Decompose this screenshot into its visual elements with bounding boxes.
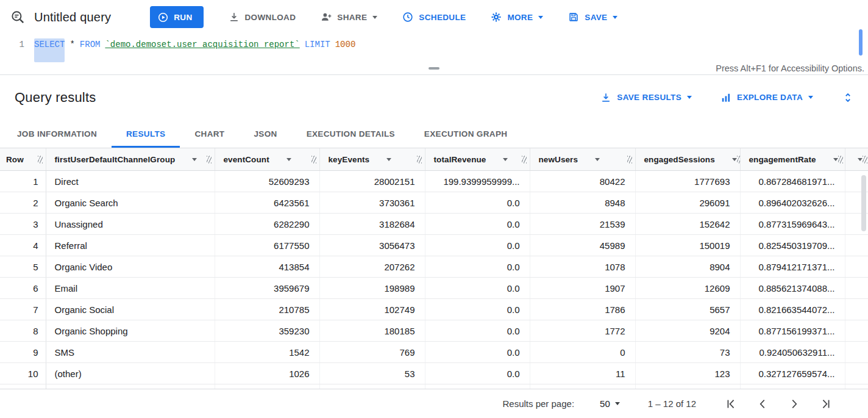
table-cell: 0.0	[425, 299, 530, 320]
column-header-clipped[interactable]	[845, 148, 868, 171]
table-cell: 0	[530, 384, 635, 389]
tab-json[interactable]: JSON	[239, 120, 291, 148]
share-label: SHARE	[337, 13, 367, 22]
query-toolbar: Untitled query RUN	[0, 0, 868, 34]
schedule-button[interactable]: SCHEDULE	[402, 11, 466, 23]
column-dropdown-caret-icon[interactable]	[386, 158, 391, 161]
table-cell: 104	[319, 384, 425, 389]
column-header-engagedSessions[interactable]: engagedSessions	[635, 148, 740, 171]
row-number-cell: 1	[0, 171, 46, 192]
column-resize-handle[interactable]	[737, 156, 740, 164]
query-title: Untitled query	[34, 10, 111, 24]
column-resize-handle[interactable]	[627, 156, 632, 164]
column-resize-handle[interactable]	[207, 156, 212, 164]
table-cell: 3730361	[319, 192, 425, 214]
tab-results[interactable]: RESULTS	[112, 120, 180, 148]
column-label: Row	[6, 155, 24, 164]
row-number-cell: 10	[0, 363, 46, 384]
share-button[interactable]: SHARE	[320, 11, 377, 23]
table-cell: 207262	[319, 256, 425, 278]
download-icon	[228, 11, 240, 23]
play-circle-icon	[157, 12, 169, 23]
table-cell: Organic Shopping	[46, 320, 215, 342]
table-cell: 0.825450319709...	[740, 235, 845, 256]
column-dropdown-caret-icon[interactable]	[732, 158, 737, 161]
sql-editor[interactable]: 1 SELECT*FROM`demo.demoset.user_acquisit…	[0, 34, 868, 62]
sql-token: *	[69, 38, 74, 62]
column-header-eventCount[interactable]: eventCount	[215, 148, 319, 171]
first-page-button[interactable]	[724, 397, 738, 411]
next-page-button[interactable]	[788, 397, 801, 411]
column-header-firstUserDefaultChannelGroup[interactable]: firstUserDefaultChannelGroup	[46, 148, 215, 171]
table-cell: 0.896402032626...	[740, 192, 845, 214]
table-cell: 0.327127659574...	[740, 363, 845, 384]
last-page-button[interactable]	[819, 397, 833, 411]
table-cell: 769	[319, 342, 425, 363]
table-cell: 28002151	[319, 171, 425, 192]
tab-execution-details[interactable]: EXECUTION DETAILS	[292, 120, 410, 148]
column-dropdown-caret-icon[interactable]	[858, 158, 863, 161]
run-button[interactable]: RUN	[150, 6, 203, 28]
table-cell: 0.0	[425, 320, 530, 342]
column-resize-handle[interactable]	[838, 156, 843, 164]
table-cell: 0.877156199371...	[740, 320, 845, 342]
table-row: 2Organic Search642356137303610.089482960…	[0, 192, 868, 214]
column-dropdown-caret-icon[interactable]	[595, 158, 600, 161]
save-button[interactable]: SAVE	[567, 11, 617, 23]
save-results-button[interactable]: SAVE RESULTS	[600, 92, 692, 104]
bigquery-editor-window: Untitled query RUN	[0, 0, 868, 418]
tab-execution-graph[interactable]: EXECUTION GRAPH	[410, 120, 522, 148]
sql-line[interactable]: SELECT*FROM`demo.demoset.user_acquisitio…	[34, 38, 355, 62]
table-cell: 0.877315969643...	[740, 214, 845, 235]
tab-job-information[interactable]: JOB INFORMATION	[2, 120, 112, 148]
toolbar-actions: RUN DOWNLOAD	[150, 6, 617, 28]
table-cell: 0.0	[425, 192, 530, 214]
panel-splitter: Press Alt+F1 for Accessibility Options.	[0, 62, 868, 75]
table-cell: Direct	[46, 171, 215, 192]
table-cell: 6282290	[215, 214, 319, 235]
table-cell: 52609293	[215, 171, 319, 192]
table-cell: 0.0	[425, 256, 530, 278]
table-cell: 0.0	[425, 384, 530, 389]
previous-page-button[interactable]	[756, 397, 769, 411]
table-cell: 1026	[215, 363, 319, 384]
page-size-value: 50	[600, 398, 610, 409]
table-cell: 0.821663544072...	[740, 299, 845, 320]
column-header-totalRevenue[interactable]: totalRevenue	[425, 148, 530, 171]
table-scrollbar[interactable]	[861, 175, 866, 231]
column-dropdown-caret-icon[interactable]	[503, 158, 508, 161]
column-dropdown-caret-icon[interactable]	[833, 158, 838, 161]
column-header-newUsers[interactable]: newUsers	[530, 148, 635, 171]
column-resize-handle[interactable]	[863, 156, 867, 164]
splitter-drag-handle[interactable]	[429, 67, 439, 70]
column-resize-handle[interactable]	[522, 156, 527, 164]
unfold-more-icon	[841, 91, 855, 104]
row-number-cell: 3	[0, 214, 46, 235]
column-label: totalRevenue	[434, 155, 486, 164]
tab-chart[interactable]: CHART	[180, 120, 239, 148]
column-header-Row[interactable]: Row	[0, 148, 46, 171]
column-dropdown-caret-icon[interactable]	[286, 158, 291, 161]
page-size-select[interactable]: 50	[600, 398, 620, 409]
column-resize-handle[interactable]	[417, 156, 422, 164]
table-cell: 0.867284681971...	[740, 171, 845, 192]
download-button[interactable]: DOWNLOAD	[228, 11, 296, 23]
column-header-engagementRate[interactable]: engagementRate	[740, 148, 845, 171]
explore-data-button[interactable]: EXPLORE DATA	[720, 92, 813, 104]
row-number-cell: 11	[0, 384, 46, 389]
more-button[interactable]: MORE	[490, 11, 543, 23]
column-resize-handle[interactable]	[311, 156, 316, 164]
table-cell: 0	[530, 342, 635, 363]
person-add-icon	[320, 11, 332, 23]
table-cell: Paid Social	[46, 384, 215, 389]
page-range-label: 1 – 12 of 12	[648, 398, 696, 409]
query-tab-icon	[10, 9, 26, 25]
expand-results-button[interactable]	[841, 91, 855, 104]
table-cell: 9204	[635, 320, 740, 342]
table-row: 9SMS15427690.00730.924050632911...	[0, 342, 868, 363]
table-cell: 1786	[530, 299, 635, 320]
column-header-keyEvents[interactable]: keyEvents	[319, 148, 425, 171]
column-resize-handle[interactable]	[38, 156, 43, 164]
column-dropdown-caret-icon[interactable]	[192, 158, 197, 161]
editor-scrollbar[interactable]	[859, 29, 863, 56]
